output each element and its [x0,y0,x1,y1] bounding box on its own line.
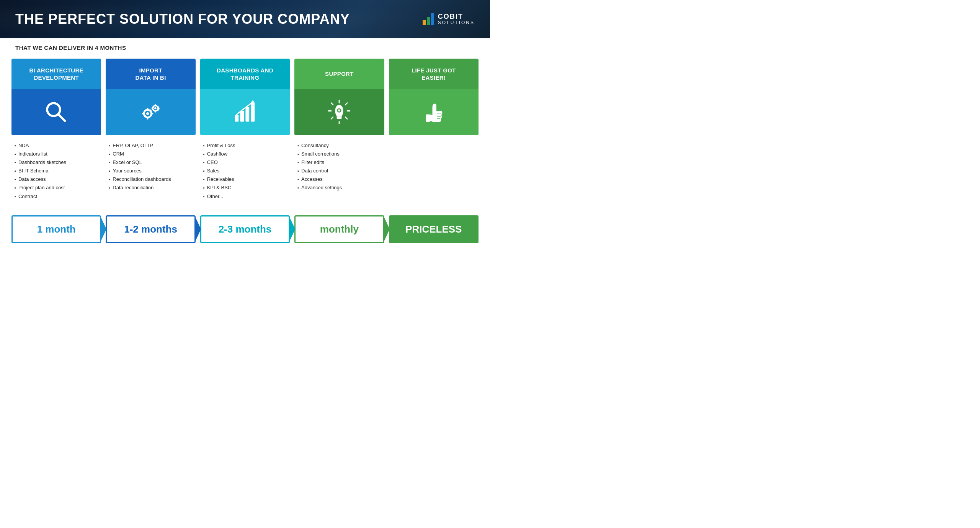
logo-cobit: COBIT [438,13,475,21]
badge-priceless-text: PRICELESS [405,223,462,235]
svg-rect-4 [147,108,148,111]
list-item: Cashflow [203,150,287,158]
logo-solutions: SOLUTIONS [438,20,475,25]
gears-icon [137,99,164,126]
list-item: BI IT Schema [15,167,98,175]
badge-monthly: monthly [294,215,384,243]
logo-bar-2 [427,17,430,25]
col-dashboards-header: DASHBOARDS ANDTRAINING [200,59,290,89]
badge-monthly-text: monthly [320,223,359,235]
svg-rect-19 [157,107,160,109]
col-support-icon-card [294,89,384,135]
logo-area: COBIT SOLUTIONS [423,13,475,26]
list-item: Small corrections [297,150,381,158]
col-life-easier-title: LIFE JUST GOTEASIER! [412,67,456,82]
lightbulb-icon [326,99,353,126]
svg-rect-14 [154,104,156,107]
badge-1-month-text: 1 month [37,223,76,235]
svg-line-1 [59,115,65,121]
svg-rect-9 [150,113,153,114]
list-item: Accesses [297,175,381,184]
list-item: Advanced settings [297,184,381,192]
svg-rect-22 [235,115,238,122]
svg-point-3 [146,112,149,115]
bottom-badges: 1 month 1-2 months 2-3 months monthly PR… [0,212,490,251]
list-item: ERP, OLAP, OLTP [109,141,192,150]
col-import-data-list: ERP, OLAP, OLTP CRM Excel or SQL Your so… [106,140,195,204]
logo-text: COBIT SOLUTIONS [438,13,475,26]
search-icon [43,99,70,126]
svg-rect-25 [251,103,255,122]
logo-bar-1 [423,20,426,25]
col-bi-architecture: BI ARCHITECTUREDEVELOPMENT NDA Indicator… [11,59,101,204]
badge-2-3-months-text: 2-3 months [219,223,272,235]
list-item: NDA [15,141,98,150]
col-dashboards-title: DASHBOARDS ANDTRAINING [217,67,273,82]
svg-rect-39 [426,115,430,122]
badge-priceless: PRICELESS [389,215,479,243]
list-item: Contract [15,192,98,201]
header: THE PERFECT SOLUTION FOR YOUR COMPANY CO… [0,0,490,38]
col-import-data: IMPORTDATA IN BI [106,59,195,204]
svg-point-13 [154,107,157,110]
list-item: Reconciliation dashboards [109,175,192,184]
col-dashboards: DASHBOARDS ANDTRAINING Profit & Loss Cas… [200,59,290,204]
badge-1-2-months: 1-2 months [106,215,195,243]
list-item: Data control [297,167,381,175]
col-bi-architecture-header: BI ARCHITECTUREDEVELOPMENT [11,59,101,89]
col-bi-architecture-list: NDA Indicators list Dashboards sketches … [11,140,101,204]
col-bi-architecture-icon-card [11,89,101,135]
col-dashboards-list: Profit & Loss Cashflow CEO Sales Receiva… [200,140,290,204]
col-life-easier-list [389,140,479,204]
subtitle: THAT WE CAN DELIVER IN 4 MONTHS [15,44,475,51]
svg-line-32 [345,117,347,119]
svg-rect-24 [245,107,249,122]
col-life-easier-icon-card [389,89,479,135]
list-item: Dashboards sketches [15,158,98,167]
main-grid: BI ARCHITECTUREDEVELOPMENT NDA Indicator… [0,55,490,212]
col-support-header: SUPPORT [294,59,384,89]
list-item: Excel or SQL [109,158,192,167]
col-support: SUPPORT [294,59,384,204]
col-support-list: Consultancy Small corrections Filter edi… [294,140,384,204]
badge-2-3-months: 2-3 months [200,215,290,243]
svg-marker-26 [251,100,255,103]
svg-line-33 [345,103,347,105]
svg-rect-36 [337,118,342,119]
list-item: Data access [15,175,98,184]
svg-rect-15 [154,110,156,113]
svg-rect-35 [336,116,342,118]
list-item: Other... [203,192,287,201]
logo-bar-3 [431,13,434,25]
list-item: Data reconciliation [109,184,192,192]
svg-line-31 [331,103,333,105]
list-item: Sales [203,167,287,175]
list-item: Project plan and cost [15,184,98,192]
list-item: Your sources [109,167,192,175]
svg-point-38 [338,109,341,112]
list-item: Profit & Loss [203,141,287,150]
col-import-data-header: IMPORTDATA IN BI [106,59,195,89]
svg-rect-5 [147,117,148,120]
list-item: Indicators list [15,150,98,158]
svg-line-34 [331,117,333,119]
badge-1-month: 1 month [11,215,101,243]
svg-rect-8 [142,113,144,114]
col-bi-architecture-title: BI ARCHITECTUREDEVELOPMENT [29,67,83,82]
col-life-easier-header: LIFE JUST GOTEASIER! [389,59,479,89]
col-import-data-title: IMPORTDATA IN BI [135,67,166,82]
subtitle-bar: THAT WE CAN DELIVER IN 4 MONTHS [0,38,490,55]
list-item: Filter edits [297,158,381,167]
col-support-title: SUPPORT [325,70,354,78]
list-item: CEO [203,158,287,167]
chart-icon [232,99,258,126]
thumbsup-icon [420,99,447,126]
badge-1-2-months-text: 1-2 months [124,223,177,235]
col-import-data-icon-card [106,89,195,135]
svg-rect-23 [240,111,244,122]
header-title: THE PERFECT SOLUTION FOR YOUR COMPANY [15,11,350,27]
col-dashboards-icon-card [200,89,290,135]
list-item: Consultancy [297,141,381,150]
list-item: KPI & BSC [203,184,287,192]
list-item: Receivables [203,175,287,184]
